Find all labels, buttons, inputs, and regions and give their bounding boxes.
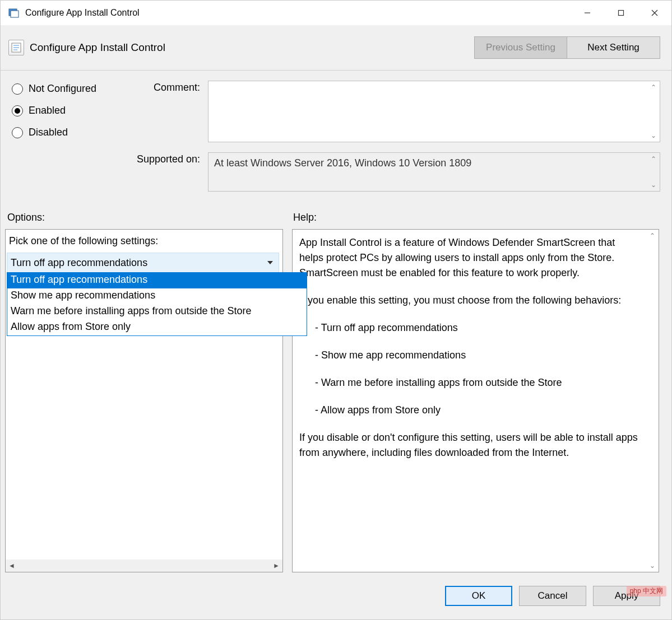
- footer-buttons: OK Cancel Apply: [1, 578, 671, 619]
- scroll-up-icon[interactable]: ⌃: [647, 153, 660, 165]
- dropdown-item[interactable]: Warn me before installing apps from outs…: [7, 304, 307, 320]
- radio-label: Disabled: [29, 127, 68, 138]
- header: Configure App Install Control Previous S…: [1, 25, 671, 71]
- minimize-button[interactable]: [571, 1, 604, 25]
- supported-value: At least Windows Server 2016, Windows 10…: [214, 157, 471, 169]
- help-panel: App Install Control is a feature of Wind…: [292, 229, 646, 572]
- state-radios: Not Configured Enabled Disabled: [12, 81, 124, 202]
- combo-selected[interactable]: Turn off app recommendations: [7, 253, 279, 273]
- supported-label: Supported on:: [124, 152, 208, 165]
- scroll-down-icon[interactable]: ⌄: [646, 560, 659, 572]
- supported-row: Supported on: At least Windows Server 20…: [124, 152, 660, 192]
- next-setting-button[interactable]: Next Setting: [567, 36, 660, 59]
- radio-input[interactable]: [12, 105, 23, 116]
- help-bullet: - Allow apps from Store only: [299, 403, 639, 418]
- nav-buttons: Previous Setting Next Setting: [474, 36, 660, 59]
- settings-combo[interactable]: Turn off app recommendations: [6, 253, 279, 273]
- help-text: If you disable or don't configure this s…: [299, 430, 639, 460]
- panels: Pick one of the following settings: Turn…: [1, 229, 671, 578]
- dropdown-item[interactable]: Allow apps from Store only: [7, 320, 307, 335]
- scroll-track[interactable]: [18, 560, 270, 572]
- close-button[interactable]: [638, 1, 671, 25]
- previous-setting-button[interactable]: Previous Setting: [474, 36, 567, 59]
- app-icon: [7, 6, 21, 20]
- scroll-up-icon[interactable]: ⌃: [647, 81, 660, 94]
- options-section-label: Options:: [7, 212, 293, 223]
- help-text: App Install Control is a feature of Wind…: [299, 235, 639, 281]
- scroll-up-icon[interactable]: ⌃: [646, 230, 659, 242]
- radio-label: Enabled: [29, 105, 66, 116]
- radio-input[interactable]: [12, 127, 23, 138]
- comment-label: Comment:: [124, 81, 208, 94]
- dropdown-item[interactable]: Show me app recommendations: [7, 288, 307, 304]
- help-wrap: App Install Control is a feature of Wind…: [292, 229, 659, 572]
- settings-dropdown[interactable]: Turn off app recommendations Show me app…: [7, 272, 307, 336]
- svg-rect-1: [11, 11, 18, 17]
- ok-button[interactable]: OK: [445, 586, 512, 606]
- comment-input[interactable]: ⌃ ⌄: [208, 81, 660, 142]
- comment-row: Comment: ⌃ ⌄: [124, 81, 660, 142]
- scroll-down-icon[interactable]: ⌄: [647, 179, 660, 191]
- fields: Comment: ⌃ ⌄ Supported on: At least Wind…: [124, 81, 660, 202]
- window-title: Configure App Install Control: [25, 8, 571, 18]
- help-section-label: Help:: [293, 212, 317, 223]
- radio-not-configured[interactable]: Not Configured: [12, 83, 124, 95]
- combo-selected-text: Turn off app recommendations: [11, 257, 147, 269]
- help-text: If you enable this setting, you must cho…: [299, 293, 639, 308]
- maximize-button[interactable]: [604, 1, 638, 25]
- options-prompt: Pick one of the following settings:: [6, 230, 282, 253]
- page-title: Configure App Install Control: [30, 41, 474, 54]
- app-window: Configure App Install Control Configure …: [0, 0, 672, 620]
- help-bullet: - Warn me before installing apps from ou…: [299, 375, 639, 390]
- scroll-left-icon[interactable]: ◄: [6, 560, 18, 572]
- section-labels: Options: Help:: [1, 207, 671, 229]
- radio-disabled[interactable]: Disabled: [12, 127, 124, 138]
- titlebar: Configure App Install Control: [1, 1, 671, 25]
- cancel-button[interactable]: Cancel: [519, 586, 586, 606]
- radio-input[interactable]: [12, 83, 23, 95]
- config-area: Not Configured Enabled Disabled Comment:…: [1, 71, 671, 207]
- help-scrollbar[interactable]: ⌃ ⌄: [646, 229, 659, 572]
- radio-enabled[interactable]: Enabled: [12, 105, 124, 116]
- options-panel: Pick one of the following settings: Turn…: [5, 229, 283, 572]
- options-scrollbar[interactable]: ◄ ►: [6, 560, 282, 572]
- svg-rect-3: [619, 11, 624, 16]
- window-controls: [571, 1, 671, 25]
- radio-label: Not Configured: [29, 83, 96, 95]
- dropdown-item[interactable]: Turn off app recommendations: [7, 273, 307, 288]
- help-bullet: - Show me app recommendations: [299, 348, 639, 363]
- help-bullet: - Turn off app recommendations: [299, 320, 639, 335]
- watermark: php 中文网: [627, 586, 666, 596]
- supported-value-box: At least Windows Server 2016, Windows 10…: [208, 152, 660, 192]
- scroll-right-icon[interactable]: ►: [270, 560, 282, 572]
- policy-icon: [8, 40, 24, 55]
- scroll-down-icon[interactable]: ⌄: [647, 129, 660, 142]
